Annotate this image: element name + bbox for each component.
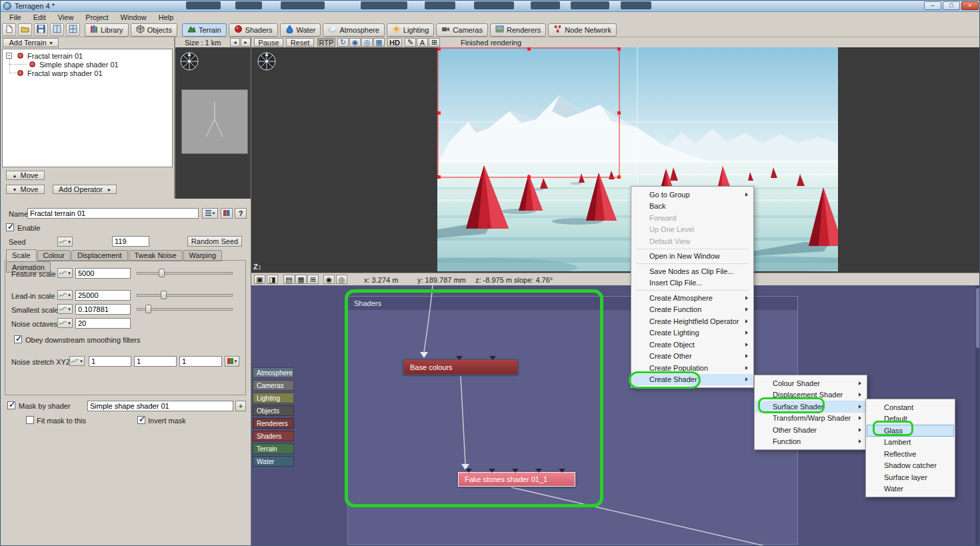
menu-item-create-object[interactable]: Create Object: [632, 339, 753, 351]
menu-item-save-nodes-as-clip-file[interactable]: Save Nodes as Clip File...: [632, 265, 753, 277]
enable-checkbox[interactable]: ✓: [6, 223, 14, 231]
new-project-button[interactable]: [2, 23, 16, 36]
bookmark-button[interactable]: [221, 208, 233, 219]
add-mask-shader-button[interactable]: +: [235, 401, 246, 411]
menu-item-create-heightfield-operator[interactable]: Create Heightfield Operator: [632, 315, 753, 327]
smallest-scale-slider-thumb[interactable]: [145, 305, 151, 313]
measure-tool-button[interactable]: ⊞: [429, 38, 440, 47]
menu-item-open-in-new-window[interactable]: Open in New Window: [632, 251, 753, 263]
maximize-button[interactable]: □: [943, 1, 960, 10]
noise-stretch-function-button[interactable]: ▾: [69, 356, 85, 366]
menu-item-create-shader[interactable]: Create Shader: [632, 374, 753, 386]
panel-splitter[interactable]: [251, 37, 251, 546]
close-button[interactable]: ×: [961, 1, 979, 10]
menu-item-function[interactable]: Function: [755, 436, 866, 448]
noise-octaves-function-button[interactable]: ▾: [57, 318, 73, 328]
obey-smoothing-checkbox[interactable]: ✓: [14, 335, 22, 343]
category-shaders[interactable]: Shaders: [253, 431, 294, 441]
menu-item-create-atmosphere[interactable]: Create Atmosphere: [632, 292, 753, 304]
render-target-button[interactable]: ◎: [361, 38, 373, 47]
mask-view-button[interactable]: ▦: [295, 275, 307, 284]
navigation-ball-icon[interactable]: [179, 51, 199, 73]
node-input-icon[interactable]: [465, 469, 472, 473]
tab-scale[interactable]: Scale: [6, 249, 37, 261]
add-operator-button[interactable]: Add Operator ▸: [53, 185, 117, 194]
tab-cameras[interactable]: Cameras: [436, 23, 488, 37]
category-cameras[interactable]: Cameras: [253, 380, 294, 391]
menu-item-transform-warp-shader[interactable]: Transform/Warp Shader: [755, 413, 866, 425]
fit-mask-checkbox[interactable]: [26, 416, 34, 424]
snapshot-button[interactable]: ▣: [254, 275, 265, 284]
tab-atmosphere[interactable]: Atmosphere: [323, 23, 384, 37]
menu-item-create-population[interactable]: Create Population: [632, 362, 753, 374]
menu-file[interactable]: File: [3, 13, 27, 23]
seed-function-button[interactable]: ▾: [57, 237, 73, 247]
noise-octaves-input[interactable]: [75, 318, 131, 329]
tab-warping[interactable]: Warping: [183, 250, 223, 261]
menu-item-create-lighting[interactable]: Create Lighting: [632, 327, 753, 339]
tab-shaders[interactable]: Shaders: [229, 23, 278, 37]
tree-item-simple-shape-shader[interactable]: Simple shape shader 01: [39, 61, 119, 69]
hd-toggle-button[interactable]: HD: [387, 38, 402, 47]
menu-view[interactable]: View: [52, 13, 80, 23]
menu-help[interactable]: Help: [153, 13, 180, 23]
node-input-icon[interactable]: [456, 356, 463, 360]
minimize-button[interactable]: –: [924, 1, 941, 10]
open-project-button[interactable]: [18, 23, 32, 36]
menu-item-go-to-group[interactable]: Go to Group: [632, 189, 753, 201]
menu-item-reflective[interactable]: Reflective: [867, 448, 954, 460]
node-input-icon[interactable]: [535, 469, 542, 473]
mask-by-shader-checkbox[interactable]: ✓: [7, 401, 15, 409]
menu-item-displacement-shader[interactable]: Displacement Shader: [755, 389, 866, 401]
leadin-scale-input[interactable]: [75, 290, 131, 301]
mask-shader-input[interactable]: [87, 401, 233, 411]
menu-window[interactable]: Window: [115, 13, 153, 23]
tab-colour[interactable]: Colour: [37, 250, 71, 261]
tree-item-fractal-terrain[interactable]: Fractal terrain 01: [27, 52, 83, 60]
tab-terrain[interactable]: Terrain: [182, 23, 227, 37]
menu-item-lambert[interactable]: Lambert: [867, 437, 954, 449]
node-preview-thumbnail[interactable]: [181, 89, 248, 154]
scrollbar-thumb[interactable]: [976, 288, 980, 348]
render-refresh-button[interactable]: ↻: [337, 38, 349, 47]
move-down-button[interactable]: ▼ Move: [6, 185, 45, 194]
node-network-scrollbar[interactable]: [975, 285, 980, 546]
node-input-icon[interactable]: [512, 469, 519, 473]
feature-scale-slider-track[interactable]: [137, 272, 233, 275]
seed-input[interactable]: [112, 236, 149, 247]
tab-tweak-noise[interactable]: Tweak Noise: [129, 250, 183, 261]
menu-item-surface-layer[interactable]: Surface layer: [867, 471, 954, 483]
invert-mask-checkbox[interactable]: ✓: [137, 416, 145, 424]
menu-item-insert-clip-file[interactable]: Insert Clip File...: [632, 277, 753, 289]
save-project-button[interactable]: [34, 23, 48, 36]
channel-button[interactable]: ⊞: [307, 275, 319, 284]
menu-item-surface-shader[interactable]: Surface Shader: [755, 401, 866, 413]
tab-water[interactable]: Water: [280, 23, 321, 37]
category-terrain[interactable]: Terrain: [253, 443, 294, 454]
colour-picker-button[interactable]: ▾: [225, 356, 239, 367]
category-objects[interactable]: Objects: [253, 405, 294, 416]
noise-stretch-x-input[interactable]: [89, 356, 131, 367]
layout-view-button[interactable]: [50, 23, 64, 36]
camera-select-button[interactable]: ◎: [336, 275, 347, 284]
quad-view-button[interactable]: [66, 23, 80, 36]
zoom-tool-indicator[interactable]: Z↕: [253, 263, 261, 271]
text-tool-button[interactable]: A: [417, 38, 428, 47]
pencil-tool-button[interactable]: ✎: [405, 38, 416, 47]
category-atmosphere[interactable]: Atmosphere: [253, 367, 294, 378]
size-prev-button[interactable]: ◂: [230, 38, 240, 47]
menu-item-colour-shader[interactable]: Colour Shader: [755, 377, 866, 389]
menu-item-create-function[interactable]: Create Function: [632, 304, 753, 316]
node-input-icon[interactable]: [559, 469, 565, 473]
menu-item-shadow-catcher[interactable]: Shadow catcher: [867, 460, 954, 472]
tab-node-network[interactable]: Node Network: [548, 23, 617, 37]
node-input-icon[interactable]: [489, 356, 496, 360]
node-options-button[interactable]: ▾: [202, 208, 218, 219]
category-water[interactable]: Water: [253, 456, 294, 467]
layers-button[interactable]: ▤: [283, 275, 295, 284]
menu-project[interactable]: Project: [79, 13, 114, 23]
menu-item-back[interactable]: Back: [632, 201, 753, 213]
copy-image-button[interactable]: ◨: [267, 275, 278, 284]
menu-item-glass[interactable]: Glass: [867, 425, 954, 437]
name-input[interactable]: [27, 208, 199, 219]
